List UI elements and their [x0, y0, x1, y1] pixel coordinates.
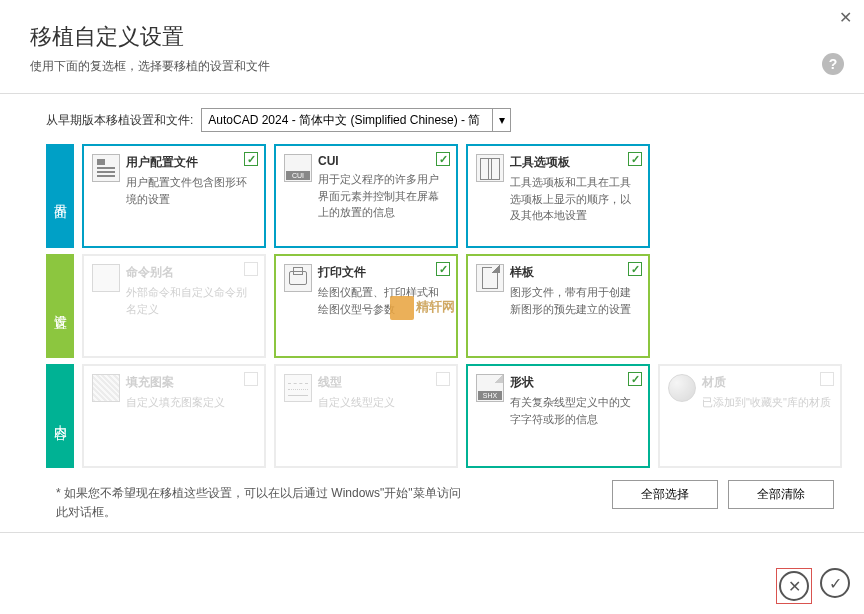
version-row: 从早期版本移植设置和文件: AutoCAD 2024 - 简体中文 (Simpl…: [0, 94, 864, 144]
cui-icon: [284, 154, 312, 182]
checkbox-alias[interactable]: [244, 262, 258, 276]
select-all-button[interactable]: 全部选择: [612, 480, 718, 509]
card-title: 形状: [510, 374, 640, 391]
card-title: 用户配置文件: [126, 154, 256, 171]
dialog-header: 移植自定义设置 使用下面的复选框，选择要移植的设置和文件: [0, 0, 864, 85]
card-shape[interactable]: 形状 有关复杂线型定义中的文字字符或形的信息 ✓: [466, 364, 650, 468]
card-desc: 自定义填充图案定义: [126, 394, 256, 411]
card-title: 材质: [702, 374, 832, 391]
card-title: 样板: [510, 264, 640, 281]
ok-button[interactable]: ✓: [820, 568, 850, 598]
profile-icon: [92, 154, 120, 182]
card-print[interactable]: 打印文件 绘图仪配置、打印样式和绘图仪型号参数 ✓: [274, 254, 458, 358]
checkbox-template[interactable]: ✓: [628, 262, 642, 276]
card-palette[interactable]: 工具选项板 工具选项板和工具在工具选项板上显示的顺序，以及其他本地设置 ✓: [466, 144, 650, 248]
print-icon: [284, 264, 312, 292]
checkbox-palette[interactable]: ✓: [628, 152, 642, 166]
checkbox-profile[interactable]: ✓: [244, 152, 258, 166]
version-label: 从早期版本移植设置和文件:: [46, 112, 193, 129]
card-template[interactable]: 样板 图形文件，带有用于创建新图形的预先建立的设置 ✓: [466, 254, 650, 358]
hatch-icon: [92, 374, 120, 402]
card-title: 打印文件: [318, 264, 448, 281]
footer-note: * 如果您不希望现在移植这些设置，可以在以后通过 Windows"开始"菜单访问…: [46, 474, 466, 522]
shx-icon: [476, 374, 504, 402]
checkbox-print[interactable]: ✓: [436, 262, 450, 276]
footer-row: * 如果您不希望现在移植这些设置，可以在以后通过 Windows"开始"菜单访问…: [0, 474, 864, 522]
card-title: 工具选项板: [510, 154, 640, 171]
version-selected: AutoCAD 2024 - 简体中文 (Simplified Chinese)…: [208, 112, 480, 129]
checkbox-material[interactable]: [820, 372, 834, 386]
card-title: CUI: [318, 154, 448, 168]
alias-icon: [92, 264, 120, 292]
tab-interface: 界面: [46, 144, 74, 248]
card-material[interactable]: 材质 已添加到"收藏夹"库的材质: [658, 364, 842, 468]
bottom-actions: ✕ ✓: [776, 568, 850, 604]
dialog-title: 移植自定义设置: [30, 22, 834, 52]
help-icon[interactable]: ?: [822, 53, 844, 75]
card-desc: 外部命令和自定义命令别名定义: [126, 284, 256, 317]
template-icon: [476, 264, 504, 292]
chevron-down-icon[interactable]: ▾: [492, 109, 510, 131]
dialog-subtitle: 使用下面的复选框，选择要移植的设置和文件: [30, 58, 834, 75]
card-desc: 自定义线型定义: [318, 394, 448, 411]
card-desc: 工具选项板和工具在工具选项板上显示的顺序，以及其他本地设置: [510, 174, 640, 224]
close-icon[interactable]: ✕: [839, 8, 852, 27]
checkbox-linetype[interactable]: [436, 372, 450, 386]
card-title: 线型: [318, 374, 448, 391]
card-hatch[interactable]: 填充图案 自定义填充图案定义: [82, 364, 266, 468]
palette-icon: [476, 154, 504, 182]
material-icon: [668, 374, 696, 402]
divider: [0, 532, 864, 533]
card-desc: 用户配置文件包含图形环境的设置: [126, 174, 256, 207]
clear-all-button[interactable]: 全部清除: [728, 480, 834, 509]
card-linetype[interactable]: 线型 自定义线型定义: [274, 364, 458, 468]
card-desc: 绘图仪配置、打印样式和绘图仪型号参数: [318, 284, 448, 317]
card-desc: 图形文件，带有用于创建新图形的预先建立的设置: [510, 284, 640, 317]
card-desc: 用于定义程序的许多用户界面元素并控制其在屏幕上的放置的信息: [318, 171, 448, 221]
card-title: 填充图案: [126, 374, 256, 391]
version-select[interactable]: AutoCAD 2024 - 简体中文 (Simplified Chinese)…: [201, 108, 511, 132]
linetype-icon: [284, 374, 312, 402]
checkbox-shape[interactable]: ✓: [628, 372, 642, 386]
section-settings: 设置 命令别名 外部命令和自定义命令别名定义 打印文件 绘图仪配置、打印样式和绘…: [46, 254, 834, 358]
card-title: 命令别名: [126, 264, 256, 281]
tab-settings: 设置: [46, 254, 74, 358]
card-cui[interactable]: CUI 用于定义程序的许多用户界面元素并控制其在屏幕上的放置的信息 ✓: [274, 144, 458, 248]
tab-content: 内容: [46, 364, 74, 468]
section-content: 内容 填充图案 自定义填充图案定义 线型 自定义线型定义: [46, 364, 834, 468]
checkbox-cui[interactable]: ✓: [436, 152, 450, 166]
checkbox-hatch[interactable]: [244, 372, 258, 386]
cancel-highlight: ✕: [776, 568, 812, 604]
section-interface: 界面 用户配置文件 用户配置文件包含图形环境的设置 ✓ CUI 用于定义程序的许…: [46, 144, 834, 248]
card-desc: 有关复杂线型定义中的文字字符或形的信息: [510, 394, 640, 427]
card-desc: 已添加到"收藏夹"库的材质: [702, 394, 832, 411]
card-alias[interactable]: 命令别名 外部命令和自定义命令别名定义: [82, 254, 266, 358]
card-profile[interactable]: 用户配置文件 用户配置文件包含图形环境的设置 ✓: [82, 144, 266, 248]
cancel-button[interactable]: ✕: [779, 571, 809, 601]
